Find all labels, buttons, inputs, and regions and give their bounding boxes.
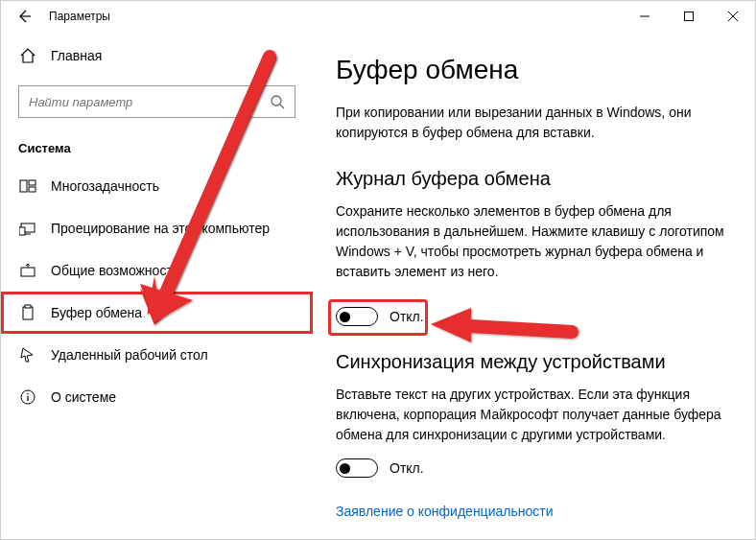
close-button[interactable]: [711, 1, 755, 32]
svg-rect-3: [29, 180, 35, 185]
history-toggle-label: Откл.: [390, 309, 424, 324]
info-icon: [18, 388, 37, 406]
sidebar-item-multitasking[interactable]: Многозадачность: [1, 165, 313, 207]
svg-rect-2: [20, 180, 27, 192]
settings-window: Параметры Главная: [0, 0, 756, 540]
history-title: Журнал буфера обмена: [336, 168, 728, 190]
privacy-link[interactable]: Заявление о конфиденциальности: [336, 504, 553, 519]
sidebar-item-label: Многозадачность: [51, 178, 159, 194]
sync-toggle-label: Откл.: [390, 460, 424, 476]
sidebar: Главная Система Многозадачность: [1, 32, 313, 539]
maximize-button[interactable]: [667, 1, 711, 32]
sidebar-item-label: Буфер обмена: [51, 305, 142, 320]
home-label: Главная: [51, 48, 102, 63]
multitasking-icon: [18, 177, 37, 195]
window-controls: [623, 1, 755, 32]
content-area: Главная Система Многозадачность: [1, 32, 755, 539]
search-icon: [270, 94, 285, 109]
sidebar-item-label: О системе: [51, 389, 116, 405]
shared-icon: [18, 262, 37, 279]
sync-toggle-row: Откл.: [336, 458, 728, 478]
svg-rect-6: [19, 227, 25, 235]
svg-rect-9: [25, 305, 31, 308]
titlebar: Параметры: [1, 1, 755, 32]
toggle-knob: [340, 312, 350, 322]
sidebar-section-label: Система: [1, 118, 313, 165]
minimize-button[interactable]: [623, 1, 667, 32]
history-toggle-row: Откл.: [336, 307, 728, 326]
sidebar-item-label: Проецирование на этот компьютер: [51, 221, 270, 236]
sync-desc: Вставьте текст на других устройствах. Ес…: [336, 385, 728, 445]
intro-text: При копировании или вырезании данных в W…: [336, 103, 728, 143]
history-desc: Сохраните несколько элементов в буфер об…: [336, 201, 728, 282]
maximize-icon: [684, 12, 694, 21]
search-input[interactable]: [29, 95, 270, 109]
projecting-icon: [18, 220, 37, 237]
window-title: Параметры: [49, 10, 110, 23]
svg-rect-0: [685, 12, 694, 21]
sidebar-item-projecting[interactable]: Проецирование на этот компьютер: [1, 207, 313, 249]
svg-rect-8: [23, 307, 33, 319]
main-panel: Буфер обмена При копировании или вырезан…: [313, 32, 755, 539]
search-container: [18, 85, 295, 118]
svg-point-1: [272, 96, 281, 106]
search-box[interactable]: [18, 85, 295, 118]
toggle-knob: [340, 463, 350, 474]
arrow-left-icon: [16, 9, 32, 24]
home-icon: [18, 47, 37, 64]
sidebar-item-label: Удаленный рабочий стол: [51, 347, 208, 363]
sync-title: Синхронизация между устройствами: [336, 351, 728, 373]
clipboard-icon: [18, 304, 37, 321]
sidebar-item-remote[interactable]: Удаленный рабочий стол: [1, 334, 313, 376]
history-toggle[interactable]: [336, 307, 378, 326]
back-button[interactable]: [14, 7, 34, 26]
remote-icon: [18, 346, 37, 364]
close-icon: [728, 12, 738, 21]
svg-rect-4: [29, 187, 35, 192]
sidebar-nav: Многозадачность Проецирование на этот ко…: [1, 165, 313, 418]
sidebar-item-clipboard[interactable]: Буфер обмена: [1, 292, 313, 334]
page-title: Буфер обмена: [336, 55, 728, 85]
svg-point-11: [27, 393, 29, 395]
minimize-icon: [640, 12, 650, 21]
sidebar-item-shared[interactable]: Общие возможности: [1, 249, 313, 292]
sidebar-item-about[interactable]: О системе: [1, 376, 313, 418]
sidebar-item-label: Общие возможности: [51, 263, 180, 278]
sync-toggle[interactable]: [336, 458, 378, 478]
home-button[interactable]: Главная: [1, 39, 313, 72]
svg-rect-7: [21, 268, 35, 276]
